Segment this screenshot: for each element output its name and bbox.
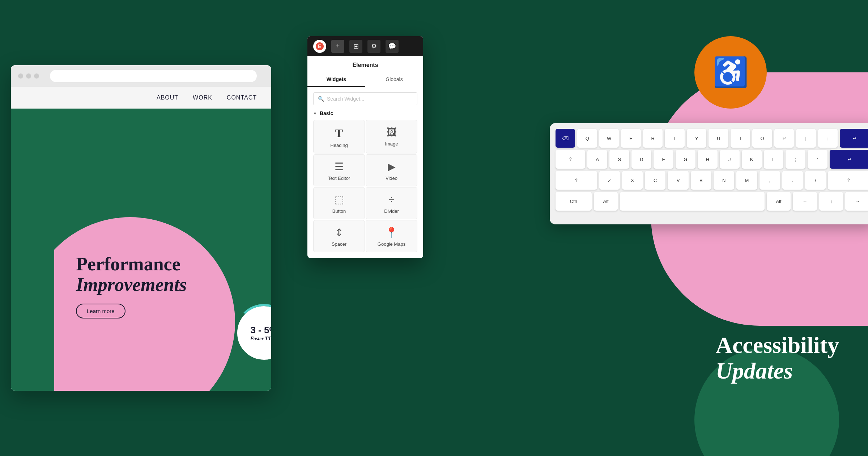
browser-dot-2: [26, 73, 31, 79]
key-y[interactable]: Y: [687, 129, 706, 148]
comments-button[interactable]: 💬: [386, 40, 399, 53]
button-icon: ⬚: [335, 195, 344, 205]
key-arrow-up[interactable]: ↑: [819, 192, 843, 211]
key-shift-left[interactable]: ⇧: [556, 171, 597, 190]
search-widget[interactable]: 🔍 Search Widget...: [313, 92, 417, 105]
key-g[interactable]: G: [676, 150, 695, 169]
key-e[interactable]: E: [621, 129, 641, 148]
nav-contact[interactable]: CONTACT: [227, 94, 257, 101]
browser-url-bar[interactable]: [50, 70, 257, 82]
keyboard-row-3: ⇧ Z X C V B N M , . / ⇧: [556, 171, 868, 190]
key-caps[interactable]: ⇪: [556, 150, 585, 169]
layers-button[interactable]: ⊞: [349, 40, 362, 53]
widget-image-label: Image: [385, 141, 398, 147]
tab-globals[interactable]: Globals: [365, 73, 423, 87]
keyboard: ⌫ Q W E R T Y U I O P [ ] ↵ ⇪ A S D F G …: [550, 123, 868, 224]
browser-window: ABOUT WORK CONTACT Performance Improveme…: [11, 65, 271, 391]
key-alt-right[interactable]: Alt: [767, 192, 791, 211]
maps-icon: 📍: [385, 228, 398, 238]
key-ctrl[interactable]: Ctrl: [556, 192, 592, 211]
key-alt-left[interactable]: Alt: [594, 192, 618, 211]
key-arrow-left[interactable]: ←: [793, 192, 817, 211]
text-editor-icon: ☰: [335, 162, 344, 172]
key-arrow-right[interactable]: →: [845, 192, 868, 211]
key-slash[interactable]: /: [805, 171, 826, 190]
speed-badge: 3 - 5% Faster TTFB: [235, 304, 271, 362]
key-m[interactable]: M: [736, 171, 757, 190]
key-comma[interactable]: ,: [760, 171, 780, 190]
key-f[interactable]: F: [654, 150, 673, 169]
key-n[interactable]: N: [714, 171, 734, 190]
key-enter-2[interactable]: ↵: [830, 150, 868, 169]
key-quote[interactable]: ': [808, 150, 827, 169]
key-d[interactable]: D: [631, 150, 651, 169]
browser-bar: [11, 65, 271, 87]
settings-button[interactable]: ⚙: [367, 40, 380, 53]
widget-video[interactable]: ▶ Video: [366, 154, 417, 186]
nav-about[interactable]: ABOUT: [157, 94, 178, 101]
elementor-e-icon: E: [318, 43, 321, 49]
key-r[interactable]: R: [643, 129, 663, 148]
key-space[interactable]: [620, 192, 764, 211]
key-l[interactable]: L: [764, 150, 784, 169]
sliders-icon: ⚙: [371, 42, 377, 50]
key-b[interactable]: B: [691, 171, 711, 190]
browser-sidebar: [11, 109, 54, 391]
video-icon: ▶: [388, 162, 396, 172]
key-a[interactable]: A: [587, 150, 607, 169]
nav-work[interactable]: WORK: [193, 94, 212, 101]
key-p[interactable]: P: [774, 129, 794, 148]
key-w[interactable]: W: [599, 129, 619, 148]
key-semicolon[interactable]: ;: [786, 150, 805, 169]
key-bracket-open[interactable]: [: [796, 129, 816, 148]
add-element-button[interactable]: +: [331, 40, 344, 53]
panel-header: Elements Widgets Globals: [307, 56, 423, 87]
key-z[interactable]: Z: [599, 171, 620, 190]
key-period[interactable]: .: [782, 171, 803, 190]
key-t[interactable]: T: [665, 129, 684, 148]
widget-button[interactable]: ⬚ Button: [313, 187, 365, 219]
key-shift-right[interactable]: ⇧: [828, 171, 868, 190]
key-h[interactable]: H: [698, 150, 718, 169]
widget-button-label: Button: [332, 208, 346, 214]
key-q[interactable]: Q: [577, 129, 597, 148]
key-backtick[interactable]: ⌫: [556, 129, 575, 148]
widget-video-label: Video: [386, 176, 397, 181]
widget-image[interactable]: 🖼 Image: [366, 120, 417, 153]
widget-spacer[interactable]: ⇕ Spacer: [313, 220, 365, 252]
key-x[interactable]: X: [622, 171, 643, 190]
keyboard-row-1: ⌫ Q W E R T Y U I O P [ ] ↵: [556, 129, 868, 148]
panel-tabs: Widgets Globals: [307, 73, 423, 87]
elementor-logo[interactable]: E: [313, 40, 326, 53]
key-s[interactable]: S: [609, 150, 629, 169]
learn-more-button[interactable]: Learn more: [76, 304, 125, 318]
key-u[interactable]: U: [709, 129, 728, 148]
layers-icon: ⊞: [353, 42, 359, 50]
key-enter[interactable]: ↵: [840, 129, 868, 148]
browser-dots: [18, 73, 39, 79]
browser-dot-3: [34, 73, 39, 79]
widget-heading[interactable]: T Heading: [313, 120, 365, 153]
key-j[interactable]: J: [720, 150, 740, 169]
keyboard-row-2: ⇪ A S D F G H J K L ; ' ↵: [556, 150, 868, 169]
key-bracket-close[interactable]: ]: [818, 129, 838, 148]
key-i[interactable]: I: [731, 129, 750, 148]
widget-text-editor[interactable]: ☰ Text Editor: [313, 154, 365, 186]
key-k[interactable]: K: [742, 150, 762, 169]
key-c[interactable]: C: [645, 171, 665, 190]
widget-google-maps[interactable]: 📍 Google Maps: [366, 220, 417, 252]
browser-dot-1: [18, 73, 23, 79]
accessibility-title: Accessibility Updates: [716, 333, 839, 384]
key-v[interactable]: V: [668, 171, 688, 190]
key-o[interactable]: O: [752, 129, 772, 148]
comment-icon: 💬: [388, 42, 396, 50]
plus-icon: +: [336, 42, 340, 50]
tab-widgets[interactable]: Widgets: [307, 73, 365, 87]
accessibility-person-icon: ♿: [712, 58, 749, 87]
widget-divider[interactable]: ÷ Divider: [366, 187, 417, 219]
browser-main: Performance Improvements Learn more 3 - …: [54, 109, 271, 391]
speed-label: Faster TTFB: [250, 336, 271, 342]
hero-title-line2: Improvements: [76, 274, 187, 295]
widget-divider-label: Divider: [384, 208, 399, 214]
widgets-grid: T Heading 🖼 Image ☰ Text Editor ▶ Video …: [307, 120, 423, 258]
